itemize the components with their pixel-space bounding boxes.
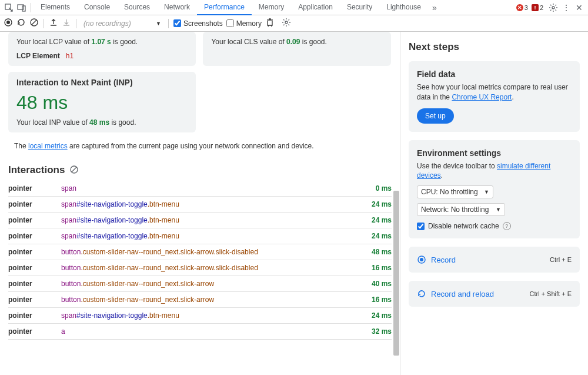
lcp-element-tag[interactable]: h1 xyxy=(66,52,74,60)
tab-security[interactable]: Security xyxy=(340,0,379,15)
interaction-target: a xyxy=(61,327,362,336)
memory-checkbox[interactable]: Memory xyxy=(226,19,262,28)
interaction-row[interactable]: pointerspan#site-navigation-toggle.btn-m… xyxy=(8,213,392,228)
interaction-target: span#site-navigation-toggle.btn-menu xyxy=(61,216,362,224)
local-metrics-note: The local metrics are captured from the … xyxy=(8,138,392,154)
divider xyxy=(31,3,31,12)
disable-cache-label: Disable network cache xyxy=(428,222,499,230)
tab-application[interactable]: Application xyxy=(291,0,340,15)
interaction-row[interactable]: pointera32 ms xyxy=(8,324,392,340)
reload-icon[interactable] xyxy=(16,18,26,29)
network-throttle-select[interactable]: Network: No throttling ▼ xyxy=(417,203,505,216)
more-menu-icon[interactable]: ⋮ xyxy=(560,1,573,14)
interaction-row[interactable]: pointerspan#site-navigation-toggle.btn-m… xyxy=(8,308,392,324)
more-tabs-icon[interactable]: » xyxy=(428,1,441,14)
record-reload-shortcut: Ctrl + Shift + E xyxy=(529,290,572,297)
interaction-target: span#site-navigation-toggle.btn-menu xyxy=(61,200,362,208)
interactions-table: pointerspan0 mspointerspan#site-navigati… xyxy=(8,181,392,340)
garbage-collect-icon[interactable] xyxy=(265,18,275,29)
interaction-target: button.custom-slider-nav--round_next.sli… xyxy=(61,264,362,272)
tab-network[interactable]: Network xyxy=(157,0,197,15)
divider xyxy=(168,19,169,28)
svg-point-10 xyxy=(420,258,423,261)
divider xyxy=(44,19,44,28)
clear-interactions-icon[interactable] xyxy=(69,165,79,176)
crux-link[interactable]: Chrome UX Report xyxy=(452,93,512,101)
issues-count[interactable]: !2 xyxy=(532,4,543,11)
interaction-type: pointer xyxy=(8,264,61,272)
cls-desc: Your local CLS value of 0.09 is good. xyxy=(211,38,382,46)
tab-elements[interactable]: Elements xyxy=(34,0,77,15)
interaction-type: pointer xyxy=(8,248,61,256)
field-data-card: Field data See how your local metrics co… xyxy=(409,61,580,132)
record-reload-label: Record and reload xyxy=(431,290,494,298)
chevron-down-icon: ▼ xyxy=(484,189,489,195)
memory-label: Memory xyxy=(236,19,262,28)
interaction-type: pointer xyxy=(8,232,61,240)
svg-point-5 xyxy=(6,21,10,24)
clear-icon[interactable] xyxy=(29,18,39,29)
interaction-time: 48 ms xyxy=(362,248,392,256)
close-icon[interactable]: ✕ xyxy=(573,1,586,14)
interaction-time: 16 ms xyxy=(362,296,392,304)
recordings-select[interactable]: (no recordings) ▼ xyxy=(81,18,163,29)
download-icon[interactable] xyxy=(62,18,71,29)
interaction-time: 16 ms xyxy=(362,264,392,272)
divider xyxy=(76,19,76,28)
chevron-down-icon: ▼ xyxy=(156,21,161,26)
interaction-time: 24 ms xyxy=(362,216,392,224)
svg-point-3 xyxy=(552,6,554,9)
interaction-row[interactable]: pointerbutton.custom-slider-nav--round_n… xyxy=(8,260,392,276)
setup-button[interactable]: Set up xyxy=(417,108,454,124)
interaction-time: 24 ms xyxy=(362,232,392,240)
lcp-element-label: LCP Element xyxy=(16,52,60,60)
device-toolbar-icon[interactable] xyxy=(15,1,28,14)
interaction-row[interactable]: pointerspan#site-navigation-toggle.btn-m… xyxy=(8,228,392,244)
tab-console[interactable]: Console xyxy=(77,0,117,15)
scrollbar-thumb[interactable] xyxy=(393,191,399,356)
interaction-row[interactable]: pointerbutton.custom-slider-nav--round_n… xyxy=(8,292,392,308)
interaction-target: span#site-navigation-toggle.btn-menu xyxy=(61,311,362,320)
screenshots-checkbox[interactable]: Screenshots xyxy=(173,19,223,28)
tab-memory[interactable]: Memory xyxy=(252,0,291,15)
interaction-row[interactable]: pointerbutton.custom-slider-nav--round_n… xyxy=(8,244,392,260)
inp-desc: Your local INP value of 48 ms is good. xyxy=(16,118,188,127)
record-label: Record xyxy=(431,255,456,264)
settings-icon[interactable] xyxy=(547,1,560,14)
disable-cache-checkbox[interactable]: Disable network cache ? xyxy=(417,222,572,230)
env-title: Environment settings xyxy=(417,148,572,158)
interaction-target: button.custom-slider-nav--round_next.sli… xyxy=(61,296,362,304)
local-metrics-link[interactable]: local metrics xyxy=(28,142,68,150)
env-desc: Use the device toolbar to simulate diffe… xyxy=(417,161,572,181)
inspect-element-icon[interactable] xyxy=(2,1,15,14)
interaction-time: 32 ms xyxy=(362,327,392,336)
upload-icon[interactable] xyxy=(49,18,58,29)
interactions-heading: Interactions xyxy=(8,164,65,176)
inp-card: Interaction to Next Paint (INP) 48 ms Yo… xyxy=(8,72,196,132)
interaction-row[interactable]: pointerspan0 ms xyxy=(8,181,392,197)
cpu-throttle-label: CPU: No throttling xyxy=(421,188,478,196)
record-circle-icon xyxy=(417,255,426,264)
interaction-time: 40 ms xyxy=(362,280,392,288)
cpu-throttle-select[interactable]: CPU: No throttling ▼ xyxy=(417,185,493,198)
record-action[interactable]: Record Ctrl + E xyxy=(409,247,580,273)
inp-title: Interaction to Next Paint (INP) xyxy=(16,78,188,87)
error-count[interactable]: ✕3 xyxy=(516,4,528,11)
interaction-type: pointer xyxy=(8,200,61,208)
lcp-desc: Your local LCP value of 1.07 s is good. xyxy=(16,38,188,46)
tab-performance[interactable]: Performance xyxy=(197,0,252,15)
interaction-time: 0 ms xyxy=(362,184,392,193)
panel-settings-icon[interactable] xyxy=(282,18,291,29)
interaction-time: 24 ms xyxy=(362,200,392,208)
inp-value: 48 ms xyxy=(16,92,188,114)
tab-lighthouse[interactable]: Lighthouse xyxy=(379,0,428,15)
interaction-row[interactable]: pointerbutton.custom-slider-nav--round_n… xyxy=(8,276,392,292)
interaction-row[interactable]: pointerspan#site-navigation-toggle.btn-m… xyxy=(8,197,392,213)
right-panel: Next steps Field data See how your local… xyxy=(400,32,588,375)
tab-sources[interactable]: Sources xyxy=(117,0,157,15)
reload-icon xyxy=(417,289,426,298)
record-reload-action[interactable]: Record and reload Ctrl + Shift + E xyxy=(409,281,580,307)
left-panel: Your local LCP value of 1.07 s is good. … xyxy=(0,32,400,375)
help-icon[interactable]: ? xyxy=(503,222,511,230)
record-icon[interactable] xyxy=(4,18,13,29)
